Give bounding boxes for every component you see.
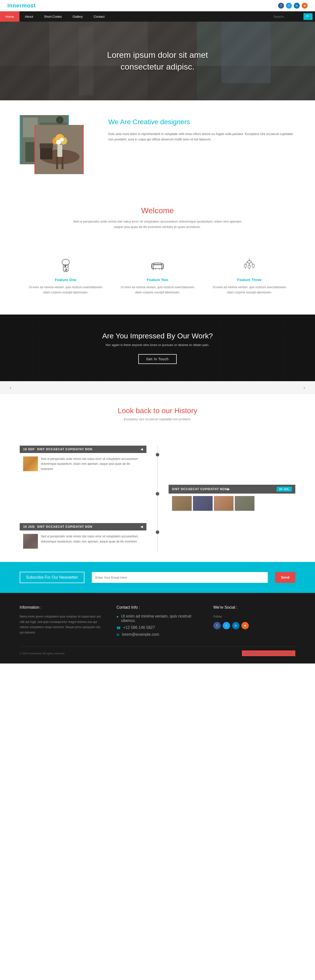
feature-two-title: Feature Two: [119, 278, 196, 282]
svg-point-39: [247, 261, 251, 263]
tl-img-2-4: [235, 496, 254, 511]
svg-rect-13: [56, 157, 58, 169]
tl-header-3: 10 JAN SINT OCCAECAT CUPIDATAT NON ◀: [20, 523, 146, 530]
feature-one-desc: Ut enim ad minima veniam, quis nostrum e…: [27, 285, 104, 295]
tl-date-badge-2: 30 JUL: [277, 487, 292, 492]
creative-heading: We Are Creative designers: [108, 118, 295, 126]
rss-icon[interactable]: ■: [302, 3, 308, 9]
newsletter-input[interactable]: [92, 572, 268, 583]
svg-rect-24: [63, 265, 68, 271]
timeline-dot-1: [156, 453, 159, 457]
feature-one-title: Feature One: [27, 278, 104, 282]
timeline: 18 SEP SINT OCCAECAT CUPIDATAT NON ◀ Sed…: [0, 445, 315, 552]
dresser-icon: [57, 257, 74, 274]
nav-contact[interactable]: Contact: [88, 11, 110, 22]
timeline-item-1: 18 SEP SINT OCCAECAT CUPIDATAT NON ◀ Sed…: [20, 445, 295, 475]
nav-home[interactable]: Home: [0, 11, 19, 22]
main-nav: Home About Short Codes Gallery Contact 🔍: [0, 11, 315, 22]
timeline-card-1: 18 SEP SINT OCCAECAT CUPIDATAT NON ◀ Sed…: [20, 445, 146, 475]
footer-info-text: Nemo enim ipsum voluptatem quia voluptas…: [20, 614, 102, 635]
creative-text: We Are Creative designers Duis aute irur…: [108, 115, 295, 142]
tl-thumb-3: [23, 534, 38, 549]
contact-phone: ☎ +12 586 146 5827: [117, 625, 198, 630]
cta-heading: Are You Impressed By Our Work?: [20, 332, 295, 340]
feature-three: Feature Three Ut enim ad minima veniam, …: [203, 252, 295, 300]
phone-icon: ☎: [117, 626, 121, 630]
creative-body: Duis aute irure dolor in reprehenderit i…: [108, 131, 295, 142]
feature-three-title: Feature Three: [211, 278, 288, 282]
cta-section: Are You Impressed By Our Work? Nor again…: [0, 315, 315, 381]
svg-point-10: [56, 116, 64, 124]
svg-point-26: [65, 266, 66, 267]
timeline-dot-2: [156, 492, 159, 496]
timeline-card-3: 10 JAN SINT OCCAECAT CUPIDATAT NON ◀ Sed…: [20, 523, 146, 552]
tl-header-1: 18 SEP SINT OCCAECAT CUPIDATAT NON ◀: [20, 445, 146, 453]
footer-twitter-icon[interactable]: t: [223, 622, 230, 629]
feature-two: Feature Two Ut enim ad minima veniam, qu…: [112, 252, 203, 300]
tl-body-1: Sed ut perspiciatis unde omnis iste natu…: [20, 453, 146, 475]
svg-rect-22: [40, 143, 53, 148]
footer-information: Information : Nemo enim ipsum voluptatem…: [20, 605, 102, 639]
tl-images-2: [169, 493, 295, 513]
footer-copyright: © 2014 Innermost. All rights reserved.: [20, 652, 65, 655]
welcome-subtitle: Sed ut perspiciatis unde omnis iste natu…: [71, 219, 244, 230]
nav-short-codes[interactable]: Short Codes: [38, 11, 67, 22]
tl-text-3: Sed ut perspiciatis unde omnis iste natu…: [41, 534, 143, 549]
get-in-touch-button[interactable]: Get In Touch: [138, 354, 176, 364]
footer-rss-icon[interactable]: ■: [241, 622, 249, 629]
follow-label: Follow: [213, 614, 295, 619]
footer-facebook-icon[interactable]: f: [213, 622, 221, 629]
site-footer: Information : Nemo enim ipsum voluptatem…: [0, 593, 315, 663]
footer-contact-heading: Contact Info :: [117, 605, 198, 609]
facebook-icon[interactable]: f: [278, 3, 284, 9]
footer-social-icons: f t in ■: [213, 622, 295, 629]
contact-email-text: lorem@example.com: [122, 632, 159, 637]
footer-social: We're Social : Follow f t in ■: [213, 605, 295, 639]
site-logo: Innermost: [7, 2, 36, 9]
tl-date-1: 18 SEP: [23, 447, 35, 451]
nav-search-area: 🔍: [272, 13, 315, 20]
footer-social-heading: We're Social :: [213, 605, 295, 609]
linkedin-icon[interactable]: in: [294, 3, 300, 9]
svg-point-20: [60, 138, 64, 142]
newsletter-label: Subscribe For Our Newsletter: [20, 572, 85, 583]
tl-thumb-1: [23, 457, 38, 471]
carousel-next[interactable]: ›: [304, 385, 305, 391]
timeline-card-2: 30 JUL ▶ SINT OCCAECAT CUPIDATAT NON: [169, 485, 295, 513]
nav-gallery[interactable]: Gallery: [67, 11, 88, 22]
history-subtitle: Excepteur sint occaecat cupidatat non pr…: [20, 417, 295, 421]
tl-body-3: Sed ut perspiciatis unde omnis iste natu…: [20, 530, 146, 552]
tl-text-1: Sed ut perspiciatis unde omnis iste natu…: [41, 457, 143, 471]
newsletter-send-button[interactable]: Send: [275, 572, 295, 583]
timeline-item-3: 10 JAN SINT OCCAECAT CUPIDATAT NON ◀ Sed…: [20, 523, 295, 552]
search-button[interactable]: 🔍: [304, 13, 313, 20]
image-front: [34, 125, 84, 174]
footer-info-heading: Information :: [20, 605, 102, 609]
footer-linkedin-icon[interactable]: in: [232, 622, 240, 629]
svg-rect-5: [221, 22, 271, 83]
hero-section: Lorem ipsum dolor sit amet consectetur a…: [0, 22, 315, 100]
tl-title-1: SINT OCCAECAT CUPIDATAT NON: [37, 447, 93, 451]
twitter-icon[interactable]: t: [286, 3, 292, 9]
tl-title-3: SINT OCCAECAT CUPIDATAT NON: [37, 525, 93, 528]
welcome-heading: Welcome: [20, 206, 295, 215]
svg-rect-4: [79, 27, 94, 95]
carousel-prev[interactable]: ‹: [10, 385, 11, 391]
location-icon: ●: [117, 614, 118, 619]
image-front-placeholder: [35, 126, 83, 173]
sofa-icon: [149, 257, 166, 274]
header-social-icons: f t in ■: [278, 3, 308, 9]
tl-img-2-1: [172, 496, 192, 511]
nav-about[interactable]: About: [19, 11, 38, 22]
creative-images: [20, 115, 94, 179]
svg-rect-33: [154, 263, 161, 265]
email-icon: ✉: [117, 633, 119, 637]
tl-title-2: SINT OCCAECAT CUPIDATAT NON: [172, 487, 227, 491]
site-header: Innermost f t in ■ Home About Short Code…: [0, 0, 315, 22]
footer-bottom: © 2014 Innermost. All rights reserved. 极…: [20, 646, 295, 656]
timeline-dot-3: [156, 530, 159, 534]
tl-header-2: 30 JUL ▶ SINT OCCAECAT CUPIDATAT NON: [169, 485, 295, 493]
feature-one: Feature One Ut enim ad minima veniam, qu…: [20, 252, 112, 300]
svg-rect-14: [62, 157, 64, 169]
search-input[interactable]: [272, 14, 304, 20]
